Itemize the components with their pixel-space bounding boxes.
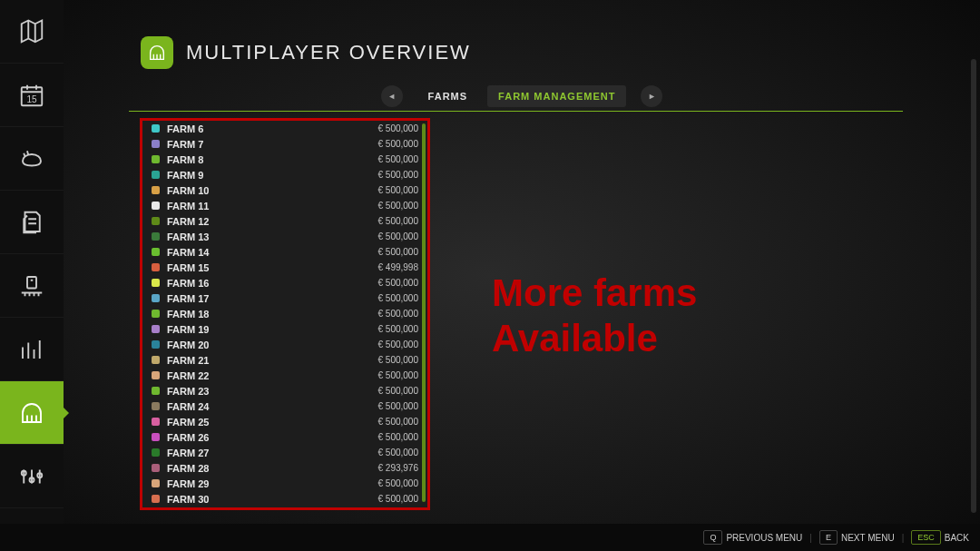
farm-value: € 500,000 xyxy=(378,231,419,241)
farm-color-swatch xyxy=(152,418,160,426)
farm-value: € 500,000 xyxy=(378,324,419,334)
farm-color-swatch xyxy=(152,155,160,163)
farm-value: € 500,000 xyxy=(378,278,419,288)
sidebar-item-settings[interactable] xyxy=(0,445,64,508)
svg-rect-2 xyxy=(27,277,36,289)
farm-name: FARM 7 xyxy=(167,139,203,150)
farm-row[interactable]: FARM 20€ 500,000 xyxy=(142,337,427,352)
farm-color-swatch xyxy=(152,294,160,302)
farm-row[interactable]: FARM 6€ 500,000 xyxy=(142,121,427,136)
farm-color-swatch xyxy=(152,263,160,271)
farm-color-swatch xyxy=(152,433,160,441)
stats-icon xyxy=(18,336,45,363)
farm-row[interactable]: FARM 7€ 500,000 xyxy=(142,136,427,152)
farm-row[interactable]: FARM 22€ 500,000 xyxy=(142,368,427,383)
farm-color-swatch xyxy=(152,279,160,287)
sidebar-item-contracts[interactable] xyxy=(0,191,64,254)
sidebar-item-map[interactable] xyxy=(0,0,64,64)
farm-name: FARM 27 xyxy=(167,448,209,458)
tab-next-arrow[interactable]: ► xyxy=(641,85,662,107)
farm-value: € 500,000 xyxy=(378,185,419,195)
farm-row[interactable]: FARM 13€ 500,000 xyxy=(142,229,427,244)
barn-icon xyxy=(147,43,167,63)
farm-value: € 293,976 xyxy=(378,463,419,473)
farm-row[interactable]: FARM 9€ 500,000 xyxy=(142,167,427,182)
farm-row[interactable]: FARM 15€ 499,998 xyxy=(142,260,427,275)
farm-value: € 500,000 xyxy=(378,386,419,396)
label-back[interactable]: BACK xyxy=(945,533,969,543)
farm-value: € 500,000 xyxy=(378,309,419,319)
farm-row[interactable]: FARM 14€ 500,000 xyxy=(142,244,427,260)
farm-color-swatch xyxy=(152,356,160,364)
farm-name: FARM 21 xyxy=(167,355,209,366)
farm-row[interactable]: FARM 27€ 500,000 xyxy=(142,445,427,460)
sidebar-item-multiplayer[interactable] xyxy=(0,381,64,445)
farm-name: FARM 22 xyxy=(167,370,209,381)
contracts-icon xyxy=(18,209,45,236)
label-next-menu[interactable]: NEXT MENU xyxy=(841,533,895,543)
farm-value: € 499,998 xyxy=(378,262,419,272)
farm-name: FARM 23 xyxy=(167,386,209,397)
tab-prev-arrow[interactable]: ◄ xyxy=(381,85,403,107)
farm-value: € 500,000 xyxy=(378,216,419,226)
multiplayer-icon xyxy=(18,399,45,427)
farm-row[interactable]: FARM 18€ 500,000 xyxy=(142,306,427,321)
farm-row[interactable]: FARM 25€ 500,000 xyxy=(142,414,427,429)
farm-row[interactable]: FARM 19€ 500,000 xyxy=(142,321,427,337)
farm-row[interactable]: FARM 23€ 500,000 xyxy=(142,383,427,398)
farm-color-swatch xyxy=(152,340,160,349)
farm-row[interactable]: FARM 28€ 293,976 xyxy=(142,460,427,476)
label-previous-menu[interactable]: PREVIOUS MENU xyxy=(726,533,802,543)
farm-value: € 500,000 xyxy=(378,417,419,427)
farm-row[interactable]: FARM 26€ 500,000 xyxy=(142,429,427,445)
farm-row[interactable]: FARM 16€ 500,000 xyxy=(142,275,427,290)
farm-color-swatch xyxy=(152,124,160,133)
farm-row[interactable]: FARM 21€ 500,000 xyxy=(142,352,427,368)
sidebar-item-animals[interactable] xyxy=(0,127,64,191)
sidebar-item-calendar[interactable]: 15 xyxy=(0,64,64,127)
farm-value: € 500,000 xyxy=(378,201,419,211)
farm-name: FARM 16 xyxy=(167,278,209,289)
farm-value: € 500,000 xyxy=(378,339,419,349)
farm-name: FARM 10 xyxy=(167,185,209,196)
farm-row[interactable]: FARM 30€ 500,000 xyxy=(142,491,427,507)
farm-row[interactable]: FARM 10€ 500,000 xyxy=(142,182,427,198)
key-esc: ESC xyxy=(911,530,941,545)
page-title: MULTIPLAYER OVERVIEW xyxy=(186,41,471,64)
farm-color-swatch xyxy=(152,402,160,410)
farm-color-swatch xyxy=(152,140,160,148)
settings-icon xyxy=(18,463,45,490)
farm-name: FARM 30 xyxy=(167,494,209,505)
farm-row[interactable]: FARM 12€ 500,000 xyxy=(142,213,427,229)
tab-row: ◄ FARMSFARM MANAGEMENT ► xyxy=(64,85,980,107)
scrollbar-thumb[interactable] xyxy=(422,123,426,502)
farm-list-panel: FARM 6€ 500,000FARM 7€ 500,000FARM 8€ 50… xyxy=(140,118,430,510)
farm-name: FARM 6 xyxy=(167,123,203,134)
sidebar-item-stats[interactable] xyxy=(0,318,64,381)
page-header: MULTIPLAYER OVERVIEW xyxy=(64,0,980,69)
content-area: FARM 6€ 500,000FARM 7€ 500,000FARM 8€ 50… xyxy=(129,116,962,515)
sidebar-item-production[interactable] xyxy=(0,254,64,318)
farm-color-swatch xyxy=(152,448,160,457)
farm-row[interactable]: FARM 24€ 500,000 xyxy=(142,398,427,414)
farm-color-swatch xyxy=(152,310,160,318)
farm-name: FARM 14 xyxy=(167,247,209,258)
sidebar: 15 xyxy=(0,0,64,524)
farm-color-swatch xyxy=(152,232,160,241)
farm-value: € 500,000 xyxy=(378,139,419,149)
farm-row[interactable]: FARM 17€ 500,000 xyxy=(142,290,427,306)
farm-color-swatch xyxy=(152,464,160,472)
farm-value: € 500,000 xyxy=(378,370,419,380)
page-scrollbar[interactable] xyxy=(971,59,976,513)
farm-row[interactable]: FARM 11€ 500,000 xyxy=(142,198,427,213)
farm-name: FARM 25 xyxy=(167,417,209,428)
farm-color-swatch xyxy=(152,217,160,225)
farm-row[interactable]: FARM 8€ 500,000 xyxy=(142,152,427,167)
calendar-icon: 15 xyxy=(18,82,45,109)
tab-farm-management[interactable]: FARM MANAGEMENT xyxy=(487,85,626,107)
farm-value: € 500,000 xyxy=(378,432,419,442)
tab-farms[interactable]: FARMS xyxy=(417,85,479,107)
farm-color-swatch xyxy=(152,186,160,194)
farm-color-swatch xyxy=(152,371,160,379)
farm-row[interactable]: FARM 29€ 500,000 xyxy=(142,476,427,491)
